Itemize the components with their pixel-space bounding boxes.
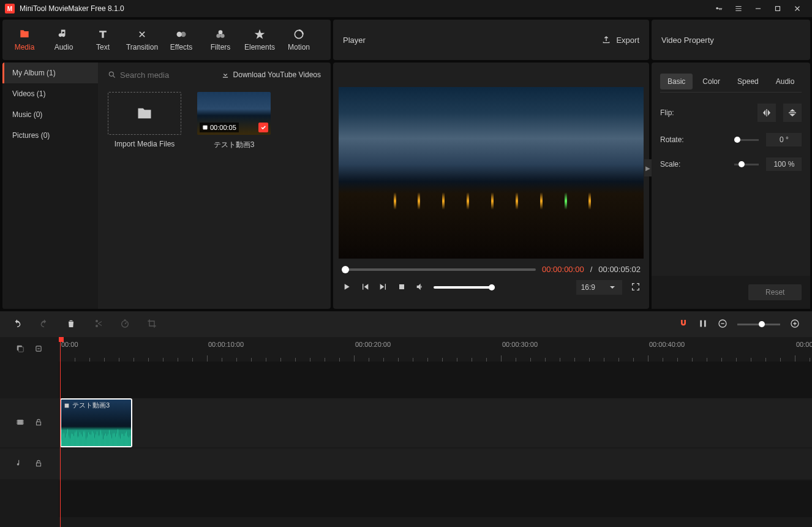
timeline-tracks[interactable]: 00:0000:00:10:0000:00:20:0000:00:30:0000…	[59, 337, 812, 527]
tab-label: Effects	[170, 43, 192, 51]
tab-label: Audio	[55, 43, 73, 51]
panel-expand-handle[interactable]: ▶	[644, 159, 652, 176]
timeline-toolbar	[0, 311, 812, 337]
flip-vertical-button[interactable]	[783, 104, 802, 122]
sidebar-item-pictures[interactable]: Pictures (0)	[2, 125, 98, 146]
tab-basic[interactable]: Basic	[660, 74, 693, 89]
scale-value[interactable]: 100 %	[766, 157, 802, 171]
add-track-button[interactable]	[16, 344, 24, 355]
svg-rect-13	[207, 127, 208, 127]
tab-media[interactable]: Media	[5, 22, 44, 58]
tab-audio[interactable]: Audio	[769, 74, 802, 89]
download-icon	[221, 70, 230, 79]
tab-label: Media	[15, 43, 35, 51]
check-icon	[258, 123, 268, 132]
download-youtube-link[interactable]: Download YouTube Videos	[221, 70, 321, 79]
rotate-label: Rotate:	[660, 135, 694, 144]
tab-effects[interactable]: Effects	[162, 22, 201, 58]
timeline-ruler[interactable]: 00:0000:00:10:0000:00:20:0000:00:30:0000…	[59, 337, 812, 362]
tab-speed[interactable]: Speed	[730, 74, 766, 89]
remove-track-button[interactable]	[34, 344, 43, 355]
zoom-in-button[interactable]	[790, 319, 800, 330]
magnet-button[interactable]	[679, 319, 688, 330]
tab-label: Transition	[126, 43, 158, 51]
audio-track[interactable]	[59, 449, 812, 479]
media-panel: My Album (1) Videos (1) Music (0) Pictur…	[2, 63, 331, 309]
sidebar-item-myalbum[interactable]: My Album (1)	[2, 63, 98, 83]
key-icon[interactable]	[709, 0, 729, 17]
svg-point-3	[219, 30, 223, 34]
flip-horizontal-button[interactable]	[757, 104, 776, 122]
hamburger-icon[interactable]	[729, 0, 748, 17]
svg-point-2	[181, 32, 186, 37]
tab-elements[interactable]: Elements	[240, 22, 279, 58]
next-frame-button[interactable]	[378, 282, 388, 294]
seek-slider[interactable]	[342, 268, 536, 271]
svg-rect-17	[700, 320, 702, 327]
svg-rect-15	[399, 284, 404, 289]
speed-button[interactable]	[120, 319, 130, 330]
search-field[interactable]	[108, 70, 216, 80]
app-title: MiniTool MovieMaker Free 8.1.0	[20, 4, 124, 13]
zoom-slider[interactable]	[737, 324, 780, 325]
svg-rect-30	[23, 423, 24, 423]
crop-button[interactable]	[147, 319, 157, 330]
search-input[interactable]	[120, 70, 194, 80]
media-sidebar: My Album (1) Videos (1) Music (0) Pictur…	[2, 63, 98, 309]
aspect-ratio-select[interactable]: 16:9	[576, 280, 622, 295]
export-label: Export	[616, 36, 639, 45]
maximize-button[interactable]	[768, 0, 788, 17]
redo-button[interactable]	[39, 319, 49, 330]
prev-frame-button[interactable]	[360, 282, 370, 294]
svg-rect-9	[203, 126, 203, 127]
clip-duration: 00:00:05	[210, 124, 236, 131]
zoom-out-button[interactable]	[718, 319, 727, 330]
tab-label: Filters	[211, 43, 231, 51]
svg-point-7	[109, 72, 113, 76]
video-track-icon	[16, 418, 24, 428]
volume-slider[interactable]	[434, 286, 495, 289]
fullscreen-button[interactable]	[631, 282, 641, 294]
film-icon	[202, 124, 208, 131]
svg-rect-26	[17, 422, 17, 422]
tab-transition[interactable]: Transition	[122, 22, 162, 58]
timeline-clip[interactable]: テスト動画3	[60, 398, 132, 447]
lock-icon[interactable]	[34, 418, 43, 428]
svg-rect-18	[704, 320, 706, 327]
tab-audio[interactable]: Audio	[44, 22, 83, 58]
close-button[interactable]	[788, 0, 807, 17]
tab-motion[interactable]: Motion	[279, 22, 318, 58]
titlebar: M MiniTool MovieMaker Free 8.1.0	[0, 0, 812, 17]
media-clip-card[interactable]: 00:00:05 テスト動画3	[195, 92, 273, 150]
tab-text[interactable]: Text	[83, 22, 122, 58]
volume-button[interactable]	[415, 282, 425, 294]
playhead[interactable]	[60, 337, 61, 527]
lock-icon[interactable]	[34, 459, 43, 469]
chevron-down-icon	[607, 282, 617, 292]
folder-icon	[136, 105, 153, 122]
tab-color[interactable]: Color	[695, 74, 727, 89]
search-icon	[108, 70, 116, 79]
split-button[interactable]	[93, 319, 103, 330]
video-track[interactable]: テスト動画3	[59, 398, 812, 447]
sidebar-item-music[interactable]: Music (0)	[2, 104, 98, 125]
tab-filters[interactable]: Filters	[201, 22, 240, 58]
svg-rect-24	[17, 419, 23, 424]
play-button[interactable]	[342, 282, 351, 294]
svg-point-5	[220, 34, 225, 38]
rotate-slider[interactable]	[734, 139, 759, 141]
scale-slider[interactable]	[734, 164, 759, 165]
video-preview[interactable]	[339, 87, 644, 259]
player-header: Player Export	[333, 20, 649, 60]
stop-button[interactable]	[397, 282, 407, 294]
align-button[interactable]	[698, 319, 708, 330]
undo-button[interactable]	[12, 319, 22, 330]
export-button[interactable]: Export	[601, 35, 639, 45]
import-card[interactable]: Import Media Files	[105, 92, 184, 150]
minimize-button[interactable]	[748, 0, 768, 17]
rotate-value[interactable]: 0 °	[766, 133, 802, 146]
tab-label: Motion	[288, 43, 310, 51]
reset-button[interactable]: Reset	[748, 284, 802, 300]
sidebar-item-videos[interactable]: Videos (1)	[2, 83, 98, 104]
delete-button[interactable]	[66, 319, 76, 330]
